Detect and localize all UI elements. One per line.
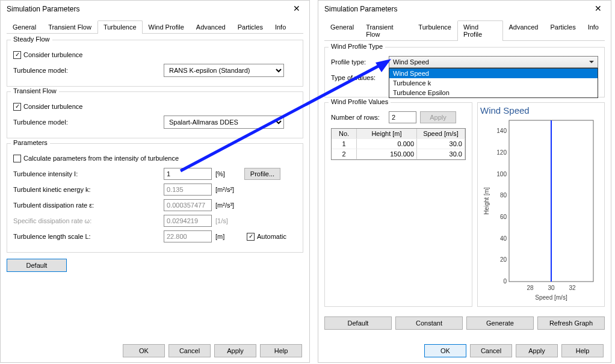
group-steady-flow: Steady Flow Consider turbulence Turbulen… (7, 40, 303, 87)
unit-ti: [%] (215, 170, 244, 177)
checkbox-label: Consider turbulence (23, 103, 82, 110)
tab-wind-profile[interactable]: Wind Profile (457, 20, 503, 41)
svg-text:20: 20 (500, 256, 507, 263)
svg-text:100: 100 (496, 171, 507, 177)
default-button[interactable]: Default (324, 316, 392, 330)
label-ti: Turbulence intensity I: (13, 170, 164, 177)
dialog-title: Simulation Parameters (324, 5, 589, 13)
checkbox-consider-transient[interactable] (13, 103, 21, 111)
refresh-graph-button[interactable]: Refresh Graph (537, 316, 605, 330)
combo-display[interactable]: Wind Speed (389, 56, 598, 68)
tab-general[interactable]: General (7, 20, 42, 34)
help-button[interactable]: Help (561, 344, 604, 357)
group-legend: Steady Flow (11, 35, 52, 43)
col-header-height: Height [m] (357, 129, 417, 139)
group-legend: Wind Profile Type (329, 43, 385, 50)
svg-text:120: 120 (496, 149, 507, 156)
apply-button[interactable]: Apply (516, 344, 558, 357)
cell-speed[interactable]: 30.0 (417, 149, 465, 159)
label-L: Turbulence length scale L: (13, 233, 164, 240)
svg-text:40: 40 (500, 235, 507, 242)
checkbox-label: Automatic (257, 233, 286, 240)
dialog-footer: OK Cancel Apply Help (123, 344, 302, 357)
chart-ylabel: Height [m] (483, 187, 490, 215)
table-row[interactable]: 1 0.000 30.0 (332, 139, 465, 149)
panel-turbulence: Steady Flow Consider turbulence Turbulen… (7, 40, 303, 272)
checkbox-automatic[interactable] (247, 233, 255, 241)
tab-info[interactable]: Info (269, 20, 292, 34)
tab-particles[interactable]: Particles (544, 20, 581, 41)
tab-advanced[interactable]: Advanced (503, 20, 545, 41)
apply-rows-button: Apply (420, 111, 456, 123)
chart-xlabel: Speed [m/s] (535, 294, 567, 301)
select-turb-model-steady[interactable]: RANS K-epsilon (Standard) (164, 64, 284, 77)
tab-advanced[interactable]: Advanced (190, 20, 232, 34)
close-icon[interactable]: ✕ (589, 3, 607, 15)
svg-text:60: 60 (500, 214, 507, 220)
default-button[interactable]: Default (7, 259, 67, 272)
tab-info[interactable]: Info (582, 20, 605, 41)
close-icon[interactable]: ✕ (288, 3, 306, 15)
unit-omega: [1/s] (215, 217, 244, 224)
cancel-button[interactable]: Cancel (168, 344, 211, 357)
chart-wind-speed: Wind Speed 0 20 40 60 80 100 120 (477, 102, 605, 307)
cell-no: 2 (332, 149, 357, 159)
profile-button[interactable]: Profile... (244, 168, 280, 180)
tab-wind-profile[interactable]: Wind Profile (143, 20, 190, 34)
tab-particles[interactable]: Particles (232, 20, 269, 34)
generate-button[interactable]: Generate (466, 316, 534, 330)
svg-text:28: 28 (527, 285, 534, 291)
label-eps: Turbulent dissipation rate ε: (13, 202, 164, 209)
tabstrip: General Transient Flow Turbulence Wind P… (324, 20, 605, 41)
ok-button[interactable]: OK (424, 344, 466, 357)
tab-general[interactable]: General (324, 20, 360, 41)
profile-values-table: No. Height [m] Speed [m/s] 1 0.000 30.0 … (331, 128, 466, 160)
cancel-button[interactable]: Cancel (470, 344, 512, 357)
chart-title: Wind Speed (480, 105, 602, 116)
group-profile-type: Wind Profile Type Profile type: Wind Spe… (324, 47, 605, 97)
cell-height[interactable]: 150.000 (357, 149, 417, 159)
group-parameters: Parameters Calculate parameters from the… (7, 143, 303, 253)
checkbox-consider-steady[interactable] (13, 51, 21, 59)
titlebar: Simulation Parameters ✕ (318, 1, 611, 17)
combo-option-turbulence-k[interactable]: Turbulence k (389, 78, 598, 88)
group-profile-values: Wind Profile Values Number of rows: Appl… (324, 102, 472, 307)
checkbox-calc-from-intensity[interactable] (13, 155, 21, 162)
label-turb-model-steady: Turbulence model: (13, 67, 164, 74)
tab-turbulence[interactable]: Turbulence (97, 20, 143, 34)
apply-button[interactable]: Apply (214, 344, 256, 357)
dialog-wind-profile: Simulation Parameters ✕ General Transien… (318, 0, 611, 363)
tab-transient-flow[interactable]: Transient Flow (42, 20, 97, 34)
combo-selected-text: Wind Speed (393, 58, 429, 66)
cell-height[interactable]: 0.000 (357, 139, 417, 149)
svg-text:32: 32 (569, 285, 576, 291)
tab-turbulence[interactable]: Turbulence (412, 20, 457, 41)
input-L (164, 230, 212, 242)
table-row[interactable]: 2 150.000 30.0 (332, 149, 465, 159)
group-legend: Wind Profile Values (329, 98, 391, 105)
combo-profile-type[interactable]: Wind Speed Wind Speed Turbulence k Turbu… (389, 56, 598, 68)
label-num-rows: Number of rows: (331, 114, 389, 121)
ok-button[interactable]: OK (123, 344, 165, 357)
svg-text:140: 140 (496, 128, 507, 134)
help-button[interactable]: Help (260, 344, 302, 357)
group-legend: Parameters (11, 139, 50, 146)
combo-option-turbulence-epsilon[interactable]: Turbulence Epsilon (389, 88, 598, 97)
col-header-speed: Speed [m/s] (417, 129, 465, 139)
input-k (164, 184, 212, 196)
tabstrip: General Transient Flow Turbulence Wind P… (7, 20, 303, 34)
unit-L: [m] (215, 233, 244, 240)
select-turb-model-transient[interactable]: Spalart-Allmaras DDES (164, 116, 284, 129)
panel-wind-profile: Wind Profile Type Profile type: Wind Spe… (324, 47, 605, 330)
chart-svg: 0 20 40 60 80 100 120 140 28 30 (480, 116, 601, 302)
col-header-no: No. (332, 129, 357, 139)
combo-option-wind-speed[interactable]: Wind Speed (389, 69, 598, 78)
dialog-footer: OK Cancel Apply Help (424, 344, 604, 357)
input-num-rows[interactable] (389, 111, 416, 123)
input-ti[interactable] (164, 168, 212, 180)
tab-transient-flow[interactable]: Transient Flow (360, 20, 412, 41)
label-k: Turbulent kinetic energy k: (13, 186, 164, 193)
constant-button[interactable]: Constant (395, 316, 463, 330)
cell-speed[interactable]: 30.0 (417, 139, 465, 149)
unit-eps: [m²/s³] (215, 202, 244, 209)
